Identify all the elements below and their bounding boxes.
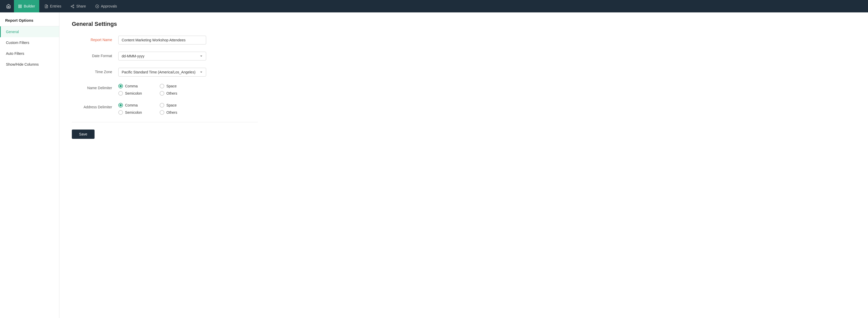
builder-icon: [18, 4, 22, 8]
date-format-row: Date Format dd-MMM-yyyy MM/dd/yyyy yyyy-…: [72, 52, 258, 60]
report-name-label: Report Name: [72, 36, 118, 42]
svg-line-10: [72, 5, 73, 6]
name-delimiter-space-label: Space: [166, 84, 177, 88]
name-delimiter-comma-option[interactable]: Comma: [118, 84, 160, 88]
name-delimiter-semicolon-option[interactable]: Semicolon: [118, 91, 160, 96]
address-delimiter-semicolon-label: Semicolon: [125, 110, 142, 115]
main-layout: Report Options General Custom Filters Au…: [0, 12, 868, 318]
address-delimiter-semicolon-radio[interactable]: [118, 110, 123, 115]
sidebar-item-show-hide-columns-label: Show/Hide Columns: [6, 62, 39, 66]
svg-point-6: [73, 5, 74, 6]
name-delimiter-space-radio[interactable]: [160, 84, 164, 88]
tab-approvals-label: Approvals: [101, 4, 117, 8]
svg-point-8: [73, 7, 74, 8]
tab-entries-label: Entries: [50, 4, 61, 8]
tab-builder-label: Builder: [24, 4, 35, 8]
address-delimiter-semicolon-option[interactable]: Semicolon: [118, 110, 160, 115]
report-name-control: [118, 36, 258, 45]
report-name-input[interactable]: [118, 36, 206, 45]
tab-approvals[interactable]: Approvals: [91, 0, 121, 12]
name-delimiter-control: Comma Space Semicolon Others: [118, 84, 258, 96]
svg-line-9: [72, 6, 73, 7]
time-zone-row: Time Zone Pacific Standard Time (America…: [72, 68, 258, 77]
name-delimiter-others-label: Others: [166, 91, 177, 95]
name-delimiter-others-option[interactable]: Others: [160, 91, 201, 96]
address-delimiter-control: Comma Space Semicolon Others: [118, 103, 258, 115]
sidebar-item-general[interactable]: General: [0, 26, 59, 37]
address-delimiter-others-label: Others: [166, 110, 177, 115]
top-navigation: Builder Entries Share Approvals: [0, 0, 868, 12]
sidebar: Report Options General Custom Filters Au…: [0, 12, 59, 318]
sidebar-item-custom-filters[interactable]: Custom Filters: [0, 37, 59, 48]
tab-builder[interactable]: Builder: [14, 0, 39, 12]
sidebar-item-general-label: General: [6, 30, 19, 34]
name-delimiter-semicolon-label: Semicolon: [125, 91, 142, 95]
name-delimiter-space-option[interactable]: Space: [160, 84, 201, 88]
entries-icon: [44, 4, 48, 8]
address-delimiter-others-option[interactable]: Others: [160, 110, 201, 115]
page-title: General Settings: [72, 21, 856, 27]
time-zone-label: Time Zone: [72, 68, 118, 74]
sidebar-item-auto-filters-label: Auto Filters: [6, 52, 24, 56]
name-delimiter-label: Name Delimiter: [72, 84, 118, 90]
svg-rect-0: [19, 5, 20, 6]
time-zone-select[interactable]: Pacific Standard Time (America/Los_Angel…: [118, 68, 206, 77]
name-delimiter-semicolon-radio[interactable]: [118, 91, 123, 96]
date-format-control: dd-MMM-yyyy MM/dd/yyyy yyyy-MM-dd dd/MM/…: [118, 52, 258, 60]
approvals-icon: [95, 4, 99, 8]
sidebar-item-auto-filters[interactable]: Auto Filters: [0, 48, 59, 59]
time-zone-control: Pacific Standard Time (America/Los_Angel…: [118, 68, 258, 77]
form-divider: [72, 122, 258, 122]
address-delimiter-others-radio[interactable]: [160, 110, 164, 115]
tab-share[interactable]: Share: [66, 0, 90, 12]
name-delimiter-radio-group: Comma Space Semicolon Others: [118, 84, 258, 96]
home-button[interactable]: [4, 2, 13, 10]
svg-point-7: [71, 6, 72, 7]
address-delimiter-space-option[interactable]: Space: [160, 103, 201, 108]
name-delimiter-others-radio[interactable]: [160, 91, 164, 96]
svg-rect-2: [19, 6, 20, 7]
name-delimiter-comma-radio[interactable]: [118, 84, 123, 88]
sidebar-item-custom-filters-label: Custom Filters: [6, 40, 29, 45]
share-icon: [70, 4, 74, 8]
name-delimiter-row: Name Delimiter Comma Space S: [72, 84, 258, 96]
address-delimiter-comma-label: Comma: [125, 103, 138, 107]
address-delimiter-label: Address Delimiter: [72, 103, 118, 109]
report-name-row: Report Name: [72, 36, 258, 45]
main-content: General Settings Report Name Date Format…: [59, 12, 868, 318]
tab-entries[interactable]: Entries: [40, 0, 66, 12]
general-settings-form: Report Name Date Format dd-MMM-yyyy MM/d…: [72, 36, 258, 139]
address-delimiter-radio-group: Comma Space Semicolon Others: [118, 103, 258, 115]
svg-rect-3: [21, 6, 22, 7]
address-delimiter-space-label: Space: [166, 103, 177, 107]
svg-rect-1: [21, 5, 22, 6]
address-delimiter-space-radio[interactable]: [160, 103, 164, 108]
address-delimiter-comma-radio[interactable]: [118, 103, 123, 108]
sidebar-item-show-hide-columns[interactable]: Show/Hide Columns: [0, 59, 59, 70]
address-delimiter-comma-option[interactable]: Comma: [118, 103, 160, 108]
date-format-label: Date Format: [72, 52, 118, 58]
sidebar-title: Report Options: [0, 15, 59, 26]
name-delimiter-comma-label: Comma: [125, 84, 138, 88]
date-format-select[interactable]: dd-MMM-yyyy MM/dd/yyyy yyyy-MM-dd dd/MM/…: [118, 52, 206, 60]
tab-share-label: Share: [76, 4, 86, 8]
address-delimiter-row: Address Delimiter Comma Space: [72, 103, 258, 115]
save-button[interactable]: Save: [72, 129, 95, 139]
